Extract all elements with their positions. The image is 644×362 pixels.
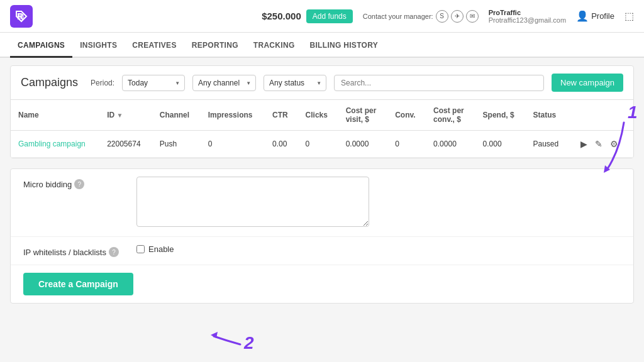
cell-id: 22005674 <box>99 131 152 158</box>
col-conv: Conv. <box>387 100 426 131</box>
main-content: Campaigns Period: Today Yesterday Last 7… <box>0 58 644 362</box>
ip-field: Enable <box>136 244 621 254</box>
nav-reporting[interactable]: REPORTING <box>184 35 246 58</box>
balance-amount: $250.000 <box>262 11 301 21</box>
ip-label: IP whitelists / blacklists ? <box>23 244 124 257</box>
col-channel: Channel <box>152 100 201 131</box>
col-ctr: CTR <box>265 100 298 131</box>
cell-spend: 0.000 <box>475 131 526 158</box>
manager-info: ProTraffic Protraffic123@gmail.com <box>489 9 566 24</box>
nav-creatives[interactable]: CREATIVES <box>125 35 184 58</box>
skype-icon[interactable]: S <box>436 10 448 23</box>
cell-actions: ▶ ✎ ⚙ <box>569 131 633 158</box>
settings-button[interactable]: ⚙ <box>607 137 621 151</box>
create-btn-row: Create a Campaign <box>11 265 633 303</box>
logo: R <box>10 5 33 28</box>
cell-clicks: 0 <box>298 131 338 158</box>
period-select[interactable]: Today Yesterday Last 7 days <box>122 75 185 91</box>
period-label: Period: <box>91 79 114 87</box>
telegram-icon[interactable]: ✈ <box>451 10 464 23</box>
col-impressions: Impressions <box>201 100 265 131</box>
ip-enable-checkbox[interactable] <box>136 245 145 253</box>
manager-name: ProTraffic <box>489 9 566 16</box>
cell-name: Gambling campaign <box>11 131 99 158</box>
channel-select[interactable]: Any channel Push Native <box>192 75 256 91</box>
add-funds-button[interactable]: Add funds <box>306 9 353 23</box>
channel-select-wrapper: Any channel Push Native <box>192 75 256 91</box>
create-campaign-button[interactable]: Create a Campaign <box>23 273 133 295</box>
micro-bidding-field <box>136 177 621 229</box>
email-icon[interactable]: ✉ <box>466 10 479 23</box>
logo-icon: R <box>10 5 33 28</box>
manager-email: Protraffic123@gmail.com <box>489 16 566 24</box>
cell-impressions: 0 <box>201 131 265 158</box>
new-campaign-button[interactable]: New campaign <box>552 74 623 92</box>
nav-campaigns[interactable]: CAMPAIGNS <box>10 35 72 58</box>
ip-enable-label: Enable <box>148 244 174 254</box>
logout-icon[interactable]: ⬚ <box>625 10 634 22</box>
cell-conv: 0 <box>387 131 426 158</box>
col-clicks: Clicks <box>298 100 338 131</box>
col-id[interactable]: ID ▼ <box>99 100 152 131</box>
contact-area: Contact your manager: S ✈ ✉ <box>363 10 479 23</box>
micro-bidding-label: Micro bidding ? <box>23 177 124 189</box>
cell-status: Paused <box>526 131 570 158</box>
table-row: Gambling campaign 22005674 Push 0 0.00 0… <box>11 131 633 158</box>
micro-bidding-textarea[interactable] <box>136 177 369 227</box>
col-status: Status <box>526 100 570 131</box>
campaigns-header: Campaigns Period: Today Yesterday Last 7… <box>11 66 633 100</box>
period-select-wrapper: Today Yesterday Last 7 days <box>122 75 185 91</box>
ip-help-icon[interactable]: ? <box>109 247 119 257</box>
search-input[interactable] <box>334 75 544 91</box>
balance-area: $250.000 Add funds <box>262 9 353 23</box>
campaigns-table-wrapper: Name ID ▼ Channel Impressions CTR Clicks… <box>11 100 633 158</box>
col-spend: Spend, $ <box>475 100 526 131</box>
campaigns-panel: Campaigns Period: Today Yesterday Last 7… <box>10 65 634 158</box>
nav-billing[interactable]: BILLING HISTORY <box>303 35 386 58</box>
sort-arrow: ▼ <box>117 112 123 119</box>
campaign-name-link[interactable]: Gambling campaign <box>18 140 86 148</box>
nav-insights[interactable]: INSIGHTS <box>72 35 125 58</box>
cell-cost-conv: 0.0000 <box>426 131 475 158</box>
status-select[interactable]: Any status Active Paused <box>264 75 326 91</box>
col-actions <box>569 100 633 131</box>
micro-bidding-row: Micro bidding ? <box>11 169 633 237</box>
table-header-row: Name ID ▼ Channel Impressions CTR Clicks… <box>11 100 633 131</box>
nav-tracking[interactable]: TRACKING <box>246 35 303 58</box>
profile-link[interactable]: 👤 Profile <box>576 10 614 22</box>
contact-icons: S ✈ ✉ <box>436 10 479 23</box>
play-button[interactable]: ▶ <box>577 137 591 151</box>
ip-enable-row: Enable <box>136 244 621 254</box>
campaigns-table: Name ID ▼ Channel Impressions CTR Clicks… <box>11 100 633 158</box>
profile-label: Profile <box>591 11 614 21</box>
col-cost-conv: Cost perconv., $ <box>426 100 475 131</box>
cell-channel: Push <box>152 131 201 158</box>
contact-label: Contact your manager: <box>363 13 433 20</box>
campaigns-title: Campaigns <box>21 76 78 89</box>
edit-button[interactable]: ✎ <box>592 137 606 151</box>
col-name: Name <box>11 100 99 131</box>
ip-row: IP whitelists / blacklists ? Enable <box>11 237 633 265</box>
status-select-wrapper: Any status Active Paused <box>264 75 326 91</box>
main-nav: CAMPAIGNS INSIGHTS CREATIVES REPORTING T… <box>0 33 644 58</box>
micro-bidding-help-icon[interactable]: ? <box>74 179 84 189</box>
cell-cost-visit: 0.0000 <box>338 131 387 158</box>
col-cost-visit: Cost pervisit, $ <box>338 100 387 131</box>
person-icon: 👤 <box>576 10 589 22</box>
bottom-form: Micro bidding ? IP whitelists / blacklis… <box>10 168 634 304</box>
cell-ctr: 0.00 <box>265 131 298 158</box>
svg-text:R: R <box>17 11 23 21</box>
